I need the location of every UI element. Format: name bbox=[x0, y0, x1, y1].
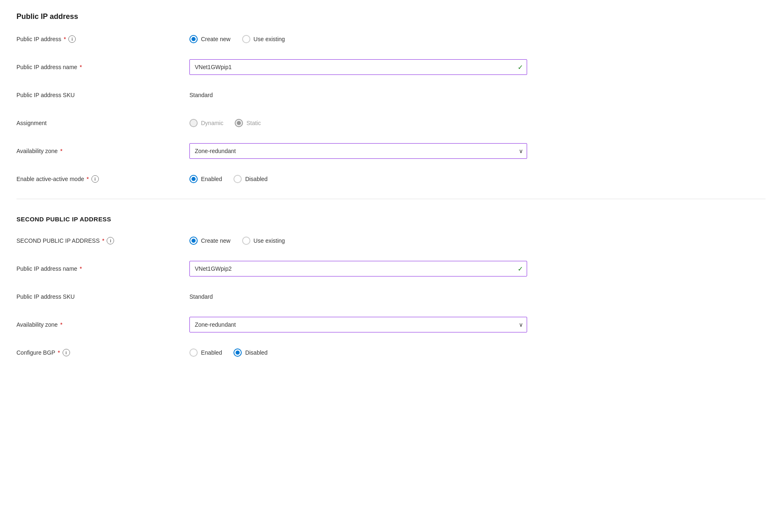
public-ip-address-label: Public IP address * i bbox=[16, 35, 189, 43]
section2-title: SECOND PUBLIC IP ADDRESS bbox=[16, 216, 766, 223]
configure-bgp-row: Configure BGP * i Enabled Disabled bbox=[16, 344, 766, 361]
second-public-ip-name-input[interactable] bbox=[189, 261, 527, 276]
public-ip-sku-row: Public IP address SKU Standard bbox=[16, 87, 766, 103]
bgp-enabled-label: Enabled bbox=[201, 349, 222, 356]
required-star-saz: * bbox=[60, 321, 62, 328]
public-ip-name-row: Public IP address name * ✓ bbox=[16, 59, 766, 75]
bgp-disabled-radio[interactable] bbox=[233, 348, 242, 357]
second-public-ip-info-icon[interactable]: i bbox=[107, 237, 114, 244]
s2-use-existing-option[interactable]: Use existing bbox=[242, 237, 285, 245]
public-ip-info-icon[interactable]: i bbox=[68, 35, 76, 43]
active-active-radio-group: Enabled Disabled bbox=[189, 175, 527, 183]
s2-create-new-option[interactable]: Create new bbox=[189, 237, 231, 245]
static-option[interactable]: Static bbox=[235, 119, 261, 127]
bgp-radio-group: Enabled Disabled bbox=[189, 348, 527, 357]
active-active-label: Enable active-active mode * i bbox=[16, 175, 189, 183]
second-public-ip-name-control: ✓ bbox=[189, 261, 527, 276]
public-ip-name-control: ✓ bbox=[189, 59, 527, 75]
bgp-enabled-radio[interactable] bbox=[189, 348, 198, 357]
required-star-spi: * bbox=[102, 237, 104, 244]
s2-use-existing-radio[interactable] bbox=[242, 237, 250, 245]
required-star-aa: * bbox=[86, 176, 89, 182]
second-public-ip-sku-value: Standard bbox=[189, 293, 527, 300]
active-active-row: Enable active-active mode * i Enabled Di… bbox=[16, 171, 766, 187]
public-ip-sku-value: Standard bbox=[189, 92, 527, 98]
second-public-ip-name-wrapper: ✓ bbox=[189, 261, 527, 276]
second-availability-zone-select-wrapper: Zone-redundant 1 2 3 No Zone ∨ bbox=[189, 317, 527, 332]
second-public-ip-sku-label: Public IP address SKU bbox=[16, 293, 189, 300]
section-title: Public IP address bbox=[16, 12, 766, 21]
second-public-ip-label: SECOND PUBLIC IP ADDRESS * i bbox=[16, 237, 189, 244]
aa-enabled-option[interactable]: Enabled bbox=[189, 175, 222, 183]
s2-valid-check-icon: ✓ bbox=[518, 265, 523, 273]
public-ip-name-input[interactable] bbox=[189, 59, 527, 75]
valid-check-icon: ✓ bbox=[518, 63, 523, 71]
use-existing-option[interactable]: Use existing bbox=[242, 35, 285, 43]
second-public-ip-row: SECOND PUBLIC IP ADDRESS * i Create new … bbox=[16, 232, 766, 249]
aa-disabled-option[interactable]: Disabled bbox=[233, 175, 267, 183]
active-active-info-icon[interactable]: i bbox=[91, 175, 99, 183]
public-ip-address-row: Public IP address * i Create new Use exi… bbox=[16, 31, 766, 47]
required-star-bgp: * bbox=[58, 349, 60, 356]
second-public-ip-radio-group: Create new Use existing bbox=[189, 237, 527, 245]
create-new-label: Create new bbox=[201, 36, 231, 42]
bgp-disabled-option[interactable]: Disabled bbox=[233, 348, 267, 357]
availability-zone-label: Availability zone * bbox=[16, 148, 189, 154]
s2-use-existing-label: Use existing bbox=[254, 237, 285, 244]
aa-disabled-label: Disabled bbox=[245, 176, 267, 182]
second-public-ip-sku-row: Public IP address SKU Standard bbox=[16, 288, 766, 305]
availability-zone-select-wrapper: Zone-redundant 1 2 3 No Zone ∨ bbox=[189, 143, 527, 159]
aa-disabled-radio[interactable] bbox=[233, 175, 242, 183]
public-ip-radio-group: Create new Use existing bbox=[189, 35, 527, 43]
configure-bgp-label: Configure BGP * i bbox=[16, 349, 189, 356]
second-public-ip-name-row: Public IP address name * ✓ bbox=[16, 260, 766, 277]
assignment-row: Assignment Dynamic Static bbox=[16, 115, 766, 131]
create-new-option[interactable]: Create new bbox=[189, 35, 231, 43]
s2-create-new-radio[interactable] bbox=[189, 237, 198, 245]
aa-enabled-label: Enabled bbox=[201, 176, 222, 182]
bgp-info-icon[interactable]: i bbox=[63, 349, 70, 356]
second-availability-zone-control: Zone-redundant 1 2 3 No Zone ∨ bbox=[189, 317, 527, 332]
dynamic-option[interactable]: Dynamic bbox=[189, 119, 223, 127]
static-label: Static bbox=[246, 120, 261, 126]
second-availability-zone-label: Availability zone * bbox=[16, 321, 189, 328]
availability-zone-row: Availability zone * Zone-redundant 1 2 3… bbox=[16, 143, 766, 159]
public-ip-sku-label: Public IP address SKU bbox=[16, 92, 189, 98]
required-star-name: * bbox=[80, 64, 82, 70]
section-divider bbox=[16, 199, 766, 199]
dynamic-label: Dynamic bbox=[201, 120, 223, 126]
assignment-label: Assignment bbox=[16, 120, 189, 126]
required-star-spiname: * bbox=[80, 265, 82, 272]
bgp-disabled-label: Disabled bbox=[245, 349, 267, 356]
use-existing-label: Use existing bbox=[254, 36, 285, 42]
section-public-ip: Public IP address Public IP address * i … bbox=[16, 12, 766, 187]
availability-zone-control: Zone-redundant 1 2 3 No Zone ∨ bbox=[189, 143, 527, 159]
create-new-radio[interactable] bbox=[189, 35, 198, 43]
public-ip-name-wrapper: ✓ bbox=[189, 59, 527, 75]
required-star-az: * bbox=[60, 148, 62, 154]
dynamic-radio[interactable] bbox=[189, 119, 198, 127]
bgp-enabled-option[interactable]: Enabled bbox=[189, 348, 222, 357]
static-radio[interactable] bbox=[235, 119, 243, 127]
second-public-ip-name-label: Public IP address name * bbox=[16, 265, 189, 272]
second-availability-zone-select[interactable]: Zone-redundant 1 2 3 No Zone bbox=[189, 317, 527, 332]
aa-enabled-radio[interactable] bbox=[189, 175, 198, 183]
section-second-public-ip: SECOND PUBLIC IP ADDRESS SECOND PUBLIC I… bbox=[16, 216, 766, 361]
assignment-radio-group: Dynamic Static bbox=[189, 119, 527, 127]
availability-zone-select[interactable]: Zone-redundant 1 2 3 No Zone bbox=[189, 143, 527, 159]
use-existing-radio[interactable] bbox=[242, 35, 250, 43]
required-star: * bbox=[64, 36, 66, 42]
s2-create-new-label: Create new bbox=[201, 237, 231, 244]
second-availability-zone-row: Availability zone * Zone-redundant 1 2 3… bbox=[16, 316, 766, 333]
public-ip-name-label: Public IP address name * bbox=[16, 64, 189, 70]
